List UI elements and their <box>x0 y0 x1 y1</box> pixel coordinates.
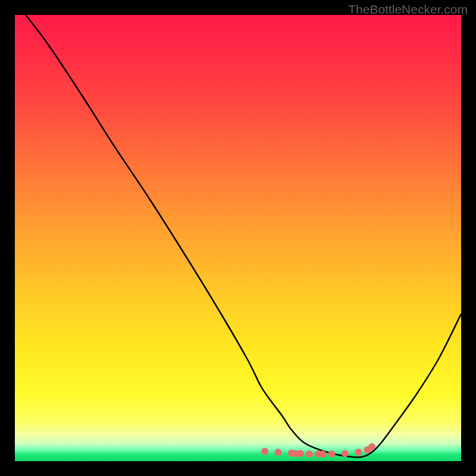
highlight-dot <box>355 449 362 456</box>
bottleneck-curve <box>15 15 461 457</box>
highlight-dot <box>315 450 322 458</box>
highlight-dot <box>368 443 375 450</box>
highlight-dot <box>328 450 336 458</box>
highlight-dot <box>306 450 313 458</box>
highlight-dots <box>261 443 375 458</box>
highlight-dot <box>320 450 327 458</box>
highlight-dot <box>275 449 282 456</box>
highlight-dot <box>288 450 295 457</box>
watermark-text: TheBottleNecker.com <box>348 2 468 17</box>
chart-plot-area <box>15 15 461 461</box>
highlight-dot <box>261 448 268 455</box>
highlight-dot <box>342 450 349 457</box>
highlight-dot <box>364 446 371 453</box>
highlight-dot <box>297 450 304 457</box>
chart-svg <box>15 15 461 461</box>
highlight-dot <box>293 450 300 457</box>
